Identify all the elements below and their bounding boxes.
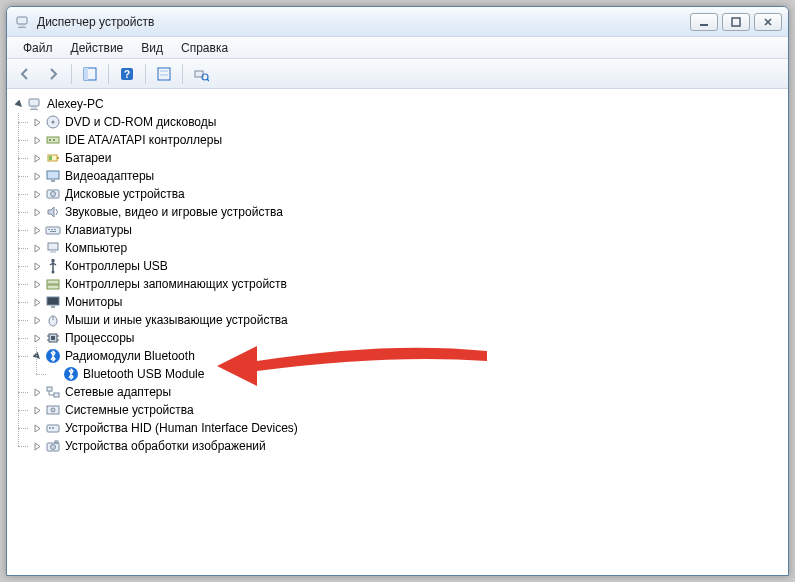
svg-rect-24 — [57, 157, 59, 159]
tree-expander-icon[interactable] — [31, 404, 43, 416]
cpu-icon — [45, 330, 61, 346]
tree-node-label: Мониторы — [65, 295, 122, 309]
menu-help[interactable]: Справка — [173, 39, 236, 57]
menubar: Файл Действие Вид Справка — [7, 37, 788, 59]
network-icon — [45, 384, 61, 400]
tree-node[interactable]: Звуковые, видео и игровые устройства — [29, 203, 784, 221]
tree-node-label: Батареи — [65, 151, 111, 165]
battery-icon — [45, 150, 61, 166]
svg-rect-33 — [54, 229, 56, 230]
svg-point-37 — [52, 271, 55, 274]
tree-node[interactable]: IDE ATA/ATAPI контроллеры — [29, 131, 784, 149]
tree-expander-icon[interactable] — [31, 206, 43, 218]
tree-node[interactable]: Батареи — [29, 149, 784, 167]
tree-node[interactable]: Bluetooth USB Module — [47, 365, 784, 383]
svg-rect-54 — [54, 393, 59, 397]
svg-rect-0 — [17, 17, 27, 24]
tree-node-label: Контроллеры запоминающих устройств — [65, 277, 287, 291]
tree-node[interactable]: Компьютер — [29, 239, 784, 257]
tree-node[interactable]: Устройства HID (Human Interface Devices) — [29, 419, 784, 437]
svg-point-58 — [49, 427, 51, 429]
window-title: Диспетчер устройств — [37, 15, 690, 29]
svg-rect-3 — [700, 24, 708, 26]
maximize-button[interactable] — [722, 13, 750, 31]
svg-rect-26 — [47, 171, 59, 179]
storage-icon — [45, 276, 61, 292]
tree-node[interactable]: Мыши и иные указывающие устройства — [29, 311, 784, 329]
svg-rect-34 — [50, 231, 56, 232]
svg-rect-41 — [47, 297, 59, 305]
minimize-button[interactable] — [690, 13, 718, 31]
tree-node-label: Клавиатуры — [65, 223, 132, 237]
tree-expander-icon[interactable] — [31, 170, 43, 182]
titlebar[interactable]: Диспетчер устройств — [7, 7, 788, 37]
show-hide-console-tree-button[interactable] — [78, 62, 102, 86]
svg-rect-46 — [51, 336, 55, 340]
tree-expander-icon[interactable] — [31, 314, 43, 326]
tree-expander-icon[interactable] — [31, 188, 43, 200]
help-button[interactable]: ? — [115, 62, 139, 86]
tree-expander-icon[interactable] — [31, 386, 43, 398]
bluetooth-icon — [45, 348, 61, 364]
tree-node[interactable]: Системные устройства — [29, 401, 784, 419]
svg-rect-10 — [160, 70, 168, 72]
properties-button[interactable] — [152, 62, 176, 86]
tree-expander-icon[interactable] — [31, 350, 43, 362]
svg-rect-2 — [18, 27, 26, 28]
tree-expander-icon[interactable] — [31, 224, 43, 236]
tree-node-label: Радиомодули Bluetooth — [65, 349, 195, 363]
tree-node[interactable]: Дисковые устройства — [29, 185, 784, 203]
tree-node-label: Сетевые адаптеры — [65, 385, 171, 399]
tree-node[interactable]: Радиомодули Bluetooth Bluetooth USB Modu… — [29, 347, 784, 383]
tree-expander-icon[interactable] — [31, 422, 43, 434]
menu-file[interactable]: Файл — [15, 39, 61, 57]
svg-rect-53 — [47, 387, 52, 391]
tree-node[interactable]: DVD и CD-ROM дисководы — [29, 113, 784, 131]
tree-expander-icon[interactable] — [31, 332, 43, 344]
svg-point-59 — [52, 427, 54, 429]
tree-expander-icon[interactable] — [31, 260, 43, 272]
back-button[interactable] — [13, 62, 37, 86]
imaging-icon — [45, 438, 61, 454]
tree-expander-icon[interactable] — [31, 278, 43, 290]
svg-rect-27 — [51, 180, 55, 182]
close-button[interactable] — [754, 13, 782, 31]
tree-node[interactable]: Контроллеры запоминающих устройств — [29, 275, 784, 293]
tree-node[interactable]: Контроллеры USB — [29, 257, 784, 275]
tree-expander-icon[interactable] — [31, 116, 43, 128]
svg-rect-42 — [51, 306, 55, 308]
svg-rect-32 — [51, 229, 53, 230]
tree-expander-icon[interactable] — [31, 242, 43, 254]
tree-node[interactable]: Сетевые адаптеры — [29, 383, 784, 401]
tree-panel[interactable]: Alexey-PC DVD и CD-ROM дисководы IDE ATA… — [7, 89, 788, 575]
menu-view[interactable]: Вид — [133, 39, 171, 57]
tree-expander-icon[interactable] — [31, 134, 43, 146]
svg-rect-40 — [47, 285, 59, 289]
tree-node[interactable]: Мониторы — [29, 293, 784, 311]
tree-node-label: Устройства обработки изображений — [65, 439, 266, 453]
svg-rect-6 — [84, 68, 88, 80]
computer-icon — [45, 240, 61, 256]
tree-node[interactable]: Клавиатуры — [29, 221, 784, 239]
tree-node-label: Видеоадаптеры — [65, 169, 154, 183]
tree-expander-icon[interactable] — [31, 296, 43, 308]
svg-rect-11 — [160, 74, 168, 76]
tree-expander-icon[interactable] — [31, 152, 43, 164]
tree-node-label: Дисковые устройства — [65, 187, 185, 201]
svg-rect-22 — [53, 139, 55, 141]
tree-node[interactable]: Устройства обработки изображений — [29, 437, 784, 455]
svg-rect-30 — [46, 227, 60, 234]
tree-node[interactable]: Видеоадаптеры — [29, 167, 784, 185]
tree-root-node[interactable]: Alexey-PC DVD и CD-ROM дисководы IDE ATA… — [11, 95, 784, 455]
tree-expander-icon[interactable] — [13, 98, 25, 110]
scan-hardware-button[interactable] — [189, 62, 213, 86]
svg-rect-16 — [31, 107, 37, 109]
menu-action[interactable]: Действие — [63, 39, 132, 57]
tree-expander-icon[interactable] — [31, 440, 43, 452]
tree-node[interactable]: Процессоры — [29, 329, 784, 347]
svg-point-56 — [51, 408, 55, 412]
svg-point-29 — [51, 192, 56, 197]
monitor-icon — [45, 294, 61, 310]
device-manager-window: Диспетчер устройств Файл Действие Вид Сп… — [6, 6, 789, 576]
forward-button[interactable] — [41, 62, 65, 86]
